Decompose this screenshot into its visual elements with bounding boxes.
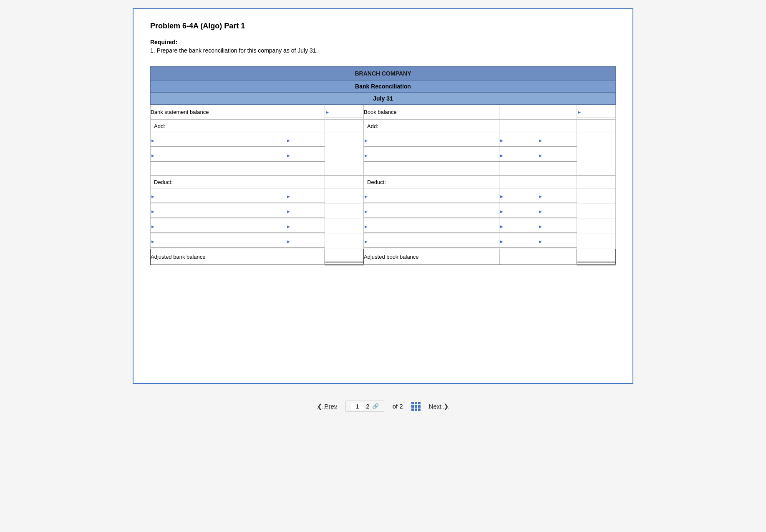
book-add-amt1-input-1[interactable]	[499, 135, 538, 146]
bank-deduct-desc-4[interactable]	[151, 234, 286, 249]
book-deduct-amt1-4[interactable]	[499, 234, 538, 249]
book-add-amt2-input-2[interactable]	[538, 150, 577, 161]
bank-deduct-amt1-3[interactable]	[286, 219, 325, 234]
bank-deduct-desc-input-4[interactable]	[151, 236, 286, 247]
bank-add-desc-input-2[interactable]	[151, 150, 286, 161]
report-title: Bank Reconciliation	[151, 81, 616, 93]
book-deduct-amt1-input-3[interactable]	[499, 221, 538, 232]
book-balance-input[interactable]	[577, 106, 615, 118]
book-deduct-amt2-3[interactable]	[538, 219, 577, 234]
book-deduct-desc-input-1[interactable]	[364, 191, 499, 202]
next-chevron-icon: ❯	[443, 403, 449, 410]
bank-deduct-desc-3[interactable]	[151, 219, 286, 234]
bank-add-subtotal	[286, 163, 325, 176]
add-label-row: Add: Add:	[151, 120, 616, 133]
bank-adjusted-input-cell[interactable]	[325, 249, 364, 265]
company-name: BRANCH COMPANY	[151, 67, 616, 81]
link-icon: 🔗	[372, 403, 379, 409]
book-deduct-desc-2[interactable]	[364, 204, 499, 219]
book-add-amt2-2[interactable]	[538, 148, 577, 163]
book-deduct-desc-input-2[interactable]	[364, 206, 499, 217]
company-name-row: BRANCH COMPANY	[151, 67, 616, 81]
book-deduct-amt2-input-4[interactable]	[538, 236, 577, 247]
bank-deduct-desc-1[interactable]	[151, 189, 286, 204]
book-deduct-amt2-input-1[interactable]	[538, 191, 577, 202]
bank-deduct-desc-input-2[interactable]	[151, 206, 286, 217]
bank-deduct-amt1-input-4[interactable]	[286, 236, 325, 247]
book-adjusted-col1	[499, 249, 538, 265]
next-label[interactable]: Next	[429, 403, 442, 410]
page-number-input[interactable]	[351, 403, 363, 410]
bank-add-desc-input-1[interactable]	[151, 135, 286, 146]
bank-deduct-amt1-input-1[interactable]	[286, 191, 325, 202]
book-deduct-amt2-1[interactable]	[538, 189, 577, 204]
add-row-2	[151, 148, 616, 163]
book-add-desc-input-2[interactable]	[364, 150, 499, 161]
book-add-amt1-1[interactable]	[499, 133, 538, 148]
book-add-desc-input-1[interactable]	[364, 135, 499, 146]
prev-label[interactable]: Prev	[324, 403, 337, 410]
bank-deduct-total-4	[325, 234, 364, 249]
book-adjusted-input-cell[interactable]	[577, 249, 616, 265]
bank-add-amt1-2[interactable]	[286, 148, 325, 163]
book-deduct-desc-3[interactable]	[364, 219, 499, 234]
bank-add-label: Add:	[151, 120, 286, 133]
of-text: of 2	[393, 403, 403, 410]
problem-title: Problem 6-4A (Algo) Part 1	[150, 22, 616, 30]
bank-add-desc-1[interactable]	[151, 133, 286, 148]
bank-deduct-amt1-input-2[interactable]	[286, 206, 325, 217]
book-balance-input-cell[interactable]	[577, 105, 616, 120]
book-deduct-amt2-input-2[interactable]	[538, 206, 577, 217]
bank-adjusted-label: Adjusted bank balance	[151, 249, 286, 265]
bank-deduct-amt1-2[interactable]	[286, 204, 325, 219]
book-balance-col2	[538, 105, 577, 120]
book-deduct-amt2-4[interactable]	[538, 234, 577, 249]
book-deduct-amt1-input-1[interactable]	[499, 191, 538, 202]
book-add-amt1-input-2[interactable]	[499, 150, 538, 161]
bank-add-amt1-input-2[interactable]	[286, 150, 325, 161]
page-input-group: 2 🔗	[345, 401, 384, 412]
book-add-amt1-2[interactable]	[499, 148, 538, 163]
next-button[interactable]: Next ❯	[429, 403, 449, 410]
book-add-desc-2[interactable]	[364, 148, 499, 163]
bank-add-amt1-input-1[interactable]	[286, 135, 325, 146]
deduct-row-4	[151, 234, 616, 249]
bank-deduct-total-2	[325, 204, 364, 219]
bank-deduct-amt1-4[interactable]	[286, 234, 325, 249]
bank-add-desc-2[interactable]	[151, 148, 286, 163]
book-add-amt2-1[interactable]	[538, 133, 577, 148]
bank-balance-input-cell[interactable]	[325, 105, 364, 120]
bank-deduct-desc-input-3[interactable]	[151, 221, 286, 232]
book-add-desc-1[interactable]	[364, 133, 499, 148]
bank-deduct-desc-input-1[interactable]	[151, 191, 286, 202]
book-deduct-amt1-2[interactable]	[499, 204, 538, 219]
book-adjusted-col2	[538, 249, 577, 265]
bank-deduct-desc-2[interactable]	[151, 204, 286, 219]
book-deduct-amt1-input-2[interactable]	[499, 206, 538, 217]
book-deduct-amt1-1[interactable]	[499, 189, 538, 204]
bank-adjusted-input[interactable]	[325, 251, 363, 262]
book-deduct-desc-input-3[interactable]	[364, 221, 499, 232]
bank-deduct-amt1-input-3[interactable]	[286, 221, 325, 232]
book-deduct-amt1-3[interactable]	[499, 219, 538, 234]
prev-button[interactable]: ❮ Prev	[317, 403, 337, 410]
reconciliation-table: BRANCH COMPANY Bank Reconciliation July …	[150, 66, 616, 265]
book-add-label: Add:	[364, 120, 499, 133]
bank-deduct-amt1-1[interactable]	[286, 189, 325, 204]
bank-balance-input[interactable]	[325, 106, 363, 118]
book-add-amt2-input-1[interactable]	[538, 135, 577, 146]
book-deduct-desc-input-4[interactable]	[364, 236, 499, 247]
bank-add-amt1-1[interactable]	[286, 133, 325, 148]
book-deduct-total-1	[577, 189, 616, 204]
grid-icon[interactable]	[411, 402, 421, 411]
adjusted-row: Adjusted bank balance Adjusted book bala…	[151, 249, 616, 265]
book-deduct-total-4	[577, 234, 616, 249]
book-deduct-desc-1[interactable]	[364, 189, 499, 204]
book-deduct-desc-4[interactable]	[364, 234, 499, 249]
book-deduct-label: Deduct:	[364, 176, 499, 189]
book-deduct-amt1-input-4[interactable]	[499, 236, 538, 247]
bottom-navigation: ❮ Prev 2 🔗 of 2 Next ❯	[133, 401, 633, 412]
book-adjusted-input[interactable]	[577, 251, 615, 262]
book-deduct-amt2-2[interactable]	[538, 204, 577, 219]
book-deduct-amt2-input-3[interactable]	[538, 221, 577, 232]
